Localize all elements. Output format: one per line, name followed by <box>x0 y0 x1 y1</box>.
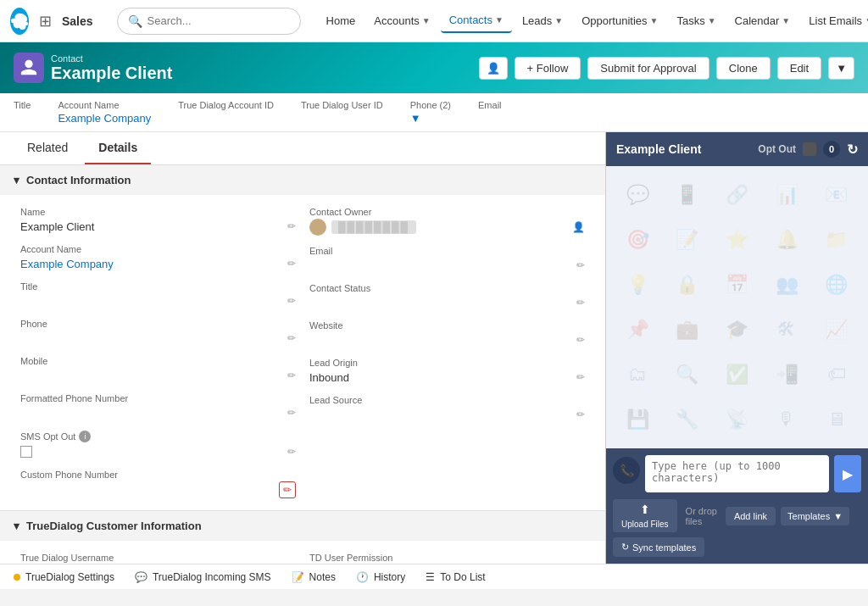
status-to-do-list[interactable]: ☰ To Do List <box>426 571 485 583</box>
account-name-link[interactable]: Example Company <box>20 258 114 270</box>
search-bar[interactable]: 🔍 <box>117 8 301 35</box>
sms-opt-out-checkbox[interactable] <box>20 446 32 458</box>
nav-item-tasks[interactable]: Tasks ▼ <box>668 9 724 32</box>
contact-owner-display: ████████ <box>309 219 416 236</box>
website-edit-icon[interactable]: ✏ <box>576 334 585 346</box>
fields-left-col: Name Example Client ✏ Account Name Examp… <box>14 202 303 503</box>
bg-icon-22: 🔍 <box>663 352 713 397</box>
bg-icon-11: 💡 <box>613 263 663 308</box>
sms-opt-out-value: ✏ <box>20 444 296 459</box>
bg-icon-28: 📡 <box>712 397 762 442</box>
send-icon: ▶ <box>843 466 853 482</box>
upload-icon: ⬆ <box>640 503 650 516</box>
clone-button[interactable]: Clone <box>716 57 771 80</box>
upload-files-button[interactable]: ⬆ Upload Files <box>613 499 677 532</box>
app-name: Sales <box>62 14 93 28</box>
nav-item-leads[interactable]: Leads ▼ <box>514 9 571 32</box>
send-button[interactable]: ▶ <box>834 455 861 492</box>
grid-icon[interactable]: ⊞ <box>39 12 52 31</box>
add-link-button[interactable]: Add link <box>726 507 776 525</box>
account-name-field-label: Account Name <box>20 244 296 254</box>
nav-item-list-emails[interactable]: List Emails ▼ <box>800 9 868 32</box>
lead-source-edit-icon[interactable]: ✏ <box>576 409 585 420</box>
status-history[interactable]: 🕐 History <box>356 571 405 583</box>
td-user-id-label: True Dialog User ID <box>301 100 383 110</box>
search-input[interactable] <box>147 14 290 27</box>
sms-opt-out-edit-icon[interactable]: ✏ <box>287 446 296 458</box>
tab-related[interactable]: Related <box>14 132 81 164</box>
title-edit-icon[interactable]: ✏ <box>287 295 296 307</box>
contact-owner-label: Contact Owner <box>309 207 585 217</box>
message-count-badge: 0 <box>823 141 840 158</box>
status-truedialog-settings[interactable]: TrueDialog Settings <box>14 571 114 583</box>
account-name-edit-icon[interactable]: ✏ <box>287 258 296 270</box>
chat-header: Example Client Opt Out 0 ↻ <box>606 132 868 166</box>
email-edit-icon[interactable]: ✏ <box>576 259 585 271</box>
truedialog-section-header[interactable]: ▾ TrueDialog Customer Information <box>0 511 605 541</box>
incoming-sms-label: TrueDialog Incoming SMS <box>153 571 271 583</box>
chat-refresh-button[interactable]: ↻ <box>847 142 858 158</box>
name-edit-icon[interactable]: ✏ <box>287 220 296 232</box>
templates-chevron: ▼ <box>833 511 843 521</box>
td-account-id-label: True Dialog Account ID <box>178 100 274 110</box>
phone-dropdown[interactable]: ▼ <box>410 112 451 125</box>
sync-templates-label: Sync templates <box>632 542 696 553</box>
bg-icon-14: 👥 <box>762 263 812 308</box>
sync-templates-button[interactable]: ↻ Sync templates <box>613 537 704 557</box>
person-icon-button[interactable]: 👤 <box>479 57 508 80</box>
nav-item-home[interactable]: Home <box>318 9 364 32</box>
chat-input[interactable] <box>645 455 829 492</box>
nav-item-accounts[interactable]: Accounts ▼ <box>365 9 438 32</box>
mobile-edit-icon[interactable]: ✏ <box>287 370 296 381</box>
submit-for-approval-button[interactable]: Submit for Approval <box>587 57 709 80</box>
record-actions-bar: 👤 + Follow Submit for Approval Clone Edi… <box>479 57 854 80</box>
title-label: Title <box>14 100 31 110</box>
nav-calendar-label: Calendar <box>735 14 780 27</box>
edit-button[interactable]: Edit <box>777 57 821 80</box>
bg-icon-23: ✅ <box>712 352 762 397</box>
status-incoming-sms[interactable]: 💬 TrueDialog Incoming SMS <box>135 571 271 583</box>
phone-edit-icon[interactable]: ✏ <box>287 332 296 344</box>
name-field-label: Name <box>20 207 296 217</box>
bg-icon-27: 🔧 <box>663 397 713 442</box>
field-website-row: Website ✏ <box>303 315 592 353</box>
field-title-row: Title ✏ <box>14 276 303 314</box>
account-name-value[interactable]: Example Company <box>58 112 151 125</box>
td-fields-left: True Dialog Username ✏ True Dialog User … <box>14 548 303 564</box>
opportunities-chevron: ▼ <box>650 16 659 25</box>
nav-item-opportunities[interactable]: Opportunities ▼ <box>573 9 666 32</box>
list-emails-chevron: ▼ <box>865 16 868 25</box>
custom-phone-edit-icon-red[interactable]: ✏ <box>279 481 296 498</box>
truedialog-section-title: TrueDialog Customer Information <box>26 520 202 532</box>
bg-icon-12: 🔒 <box>663 263 713 308</box>
tab-details[interactable]: Details <box>85 132 151 164</box>
bg-icon-29: 🎙 <box>762 397 812 442</box>
field-true-dialog-user-id: True Dialog User ID <box>301 100 383 112</box>
opt-out-toggle[interactable] <box>803 142 816 156</box>
field-phone[interactable]: Phone (2) ▼ <box>410 100 451 125</box>
nav-item-contacts[interactable]: Contacts ▼ <box>441 8 512 33</box>
tasks-chevron: ▼ <box>708 16 716 25</box>
contact-owner-edit-icon[interactable]: 👤 <box>572 221 585 233</box>
status-notes[interactable]: 📝 Notes <box>292 571 336 583</box>
salesforce-logo[interactable] <box>10 8 29 35</box>
bg-icon-15: 🌐 <box>811 263 861 308</box>
contact-info-section-header[interactable]: ▾ Contact Information <box>0 165 605 195</box>
name-value: Example Client <box>20 220 94 233</box>
custom-phone-field-value: ✏ <box>20 481 296 498</box>
templates-dropdown[interactable]: Templates ▼ <box>781 507 849 525</box>
field-name-row: Name Example Client ✏ <box>14 202 303 239</box>
truedialog-settings-dot <box>14 574 20 581</box>
to-do-list-icon: ☰ <box>426 571 435 583</box>
td-fields-right: TD User Permission ✏ TD Customer Account… <box>303 548 592 564</box>
td-username-label: True Dialog Username <box>20 553 296 563</box>
more-actions-button[interactable]: ▼ <box>828 57 854 80</box>
contact-status-edit-icon[interactable]: ✏ <box>576 297 585 309</box>
field-sms-opt-out-row: SMS Opt Out i ✏ <box>14 425 303 464</box>
formatted-phone-edit-icon[interactable]: ✏ <box>287 407 296 419</box>
field-true-dialog-account-id: True Dialog Account ID <box>178 100 274 112</box>
nav-item-calendar[interactable]: Calendar ▼ <box>726 9 799 32</box>
lead-origin-edit-icon[interactable]: ✏ <box>576 371 585 383</box>
follow-button[interactable]: + Follow <box>515 57 581 80</box>
field-account-name-row: Account Name Example Company ✏ <box>14 239 303 276</box>
